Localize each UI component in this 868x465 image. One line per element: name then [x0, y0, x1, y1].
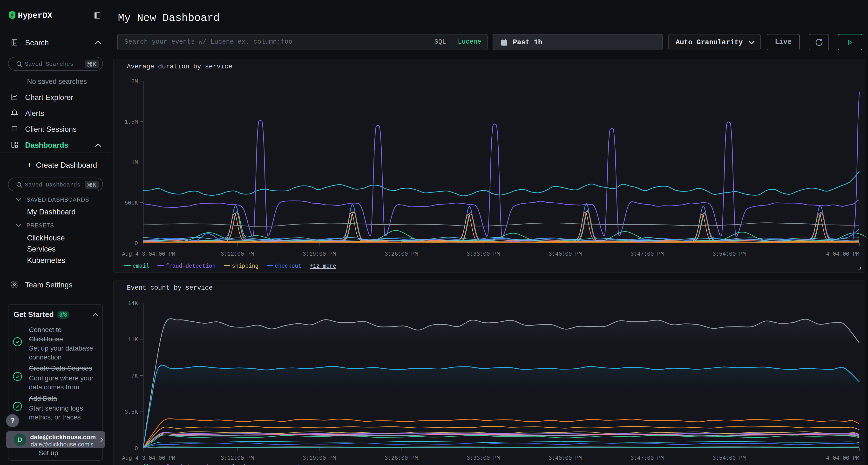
svg-text:4:04:00 PM: 4:04:00 PM: [826, 455, 859, 461]
svg-text:3:40:00 PM: 3:40:00 PM: [549, 455, 582, 461]
svg-text:2M: 2M: [131, 78, 138, 85]
svg-text:Aug 4 3:04:00 PM: Aug 4 3:04:00 PM: [122, 251, 175, 257]
svg-text:3:19:00 PM: 3:19:00 PM: [303, 455, 336, 461]
svg-text:Aug 4 3:04:00 PM: Aug 4 3:04:00 PM: [122, 455, 175, 461]
svg-text:3:40:00 PM: 3:40:00 PM: [549, 251, 582, 257]
svg-text:11K: 11K: [128, 337, 138, 343]
svg-text:0: 0: [134, 445, 138, 452]
svg-text:3:26:00 PM: 3:26:00 PM: [384, 251, 418, 257]
svg-text:4:04:00 PM: 4:04:00 PM: [826, 251, 859, 257]
svg-text:3:33:00 PM: 3:33:00 PM: [467, 455, 500, 461]
svg-text:14K: 14K: [128, 300, 138, 307]
svg-text:3:12:00 PM: 3:12:00 PM: [221, 455, 254, 461]
svg-text:3:12:00 PM: 3:12:00 PM: [221, 251, 254, 257]
svg-text:3:54:00 PM: 3:54:00 PM: [712, 455, 746, 461]
svg-text:1.5M: 1.5M: [125, 119, 138, 125]
svg-text:3:47:00 PM: 3:47:00 PM: [630, 455, 664, 461]
svg-text:3:26:00 PM: 3:26:00 PM: [384, 455, 418, 461]
svg-text:3:33:00 PM: 3:33:00 PM: [467, 251, 500, 257]
svg-text:3:54:00 PM: 3:54:00 PM: [712, 251, 746, 257]
svg-text:7K: 7K: [131, 373, 138, 379]
svg-text:3.5K: 3.5K: [125, 409, 138, 416]
svg-text:1M: 1M: [131, 160, 138, 166]
svg-text:500K: 500K: [125, 200, 138, 206]
svg-text:0: 0: [134, 240, 138, 247]
svg-text:3:47:00 PM: 3:47:00 PM: [630, 251, 664, 257]
svg-text:3:19:00 PM: 3:19:00 PM: [303, 251, 336, 257]
